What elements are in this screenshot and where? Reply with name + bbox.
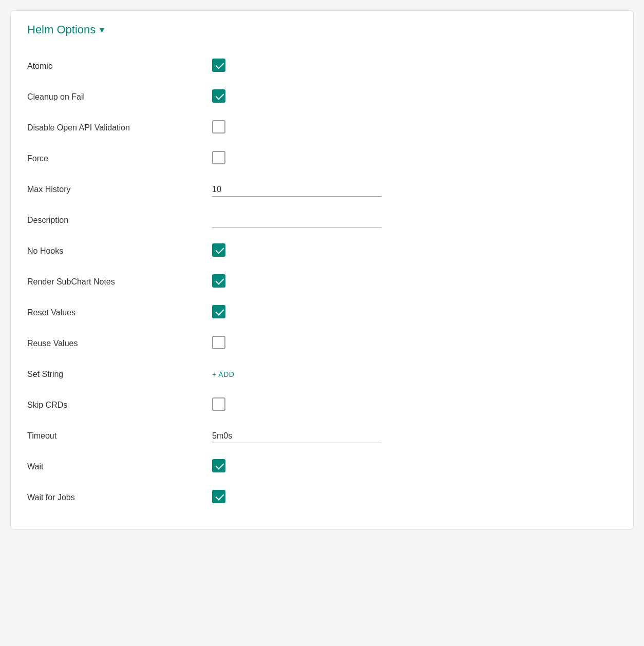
option-row-reset-values: Reset Values [27,297,617,328]
section-header: Helm Options ▾ [27,23,617,36]
control-render-subchart-notes [212,274,228,290]
option-row-reuse-values: Reuse Values [27,328,617,359]
label-set-string: Set String [27,370,212,379]
text-input-max-history[interactable] [212,183,382,197]
option-row-no-hooks: No Hooks [27,236,617,267]
label-disable-open-api-validation: Disable Open API Validation [27,123,212,132]
text-input-description[interactable] [212,214,382,227]
section-title[interactable]: Helm Options [27,23,96,36]
option-row-atomic: Atomic [27,51,617,82]
control-reset-values [212,305,228,320]
label-reuse-values: Reuse Values [27,339,212,348]
checkbox-wrapper-atomic[interactable] [212,59,228,74]
label-atomic: Atomic [27,62,212,71]
control-atomic [212,59,228,74]
option-row-wait-for-jobs: Wait for Jobs [27,482,617,513]
control-max-history [212,183,382,197]
control-no-hooks [212,243,228,259]
checkbox-wrapper-skip-crds[interactable] [212,397,228,413]
label-max-history: Max History [27,185,212,194]
option-row-render-subchart-notes: Render SubChart Notes [27,267,617,297]
text-input-timeout[interactable] [212,429,382,443]
option-row-description: Description [27,205,617,236]
label-reset-values: Reset Values [27,308,212,317]
checkbox-wrapper-disable-open-api-validation[interactable] [212,120,228,136]
control-cleanup-on-fail [212,89,228,105]
label-force: Force [27,154,212,163]
add-button-set-string[interactable]: + ADD [212,370,234,378]
control-wait-for-jobs [212,490,228,505]
label-no-hooks: No Hooks [27,246,212,256]
checkbox-wrapper-render-subchart-notes[interactable] [212,274,228,290]
option-row-cleanup-on-fail: Cleanup on Fail [27,82,617,112]
option-row-force: Force [27,143,617,174]
label-wait: Wait [27,462,212,471]
option-row-skip-crds: Skip CRDs [27,390,617,421]
control-skip-crds [212,397,228,413]
option-row-set-string: Set String+ ADD [27,359,617,390]
control-description [212,214,382,227]
control-disable-open-api-validation [212,120,228,136]
helm-options-card: Helm Options ▾ AtomicCleanup on FailDisa… [10,10,634,530]
option-row-timeout: Timeout [27,421,617,451]
checkbox-wrapper-reuse-values[interactable] [212,336,228,351]
control-force [212,151,228,166]
control-reuse-values [212,336,228,351]
label-cleanup-on-fail: Cleanup on Fail [27,92,212,102]
checkbox-wrapper-no-hooks[interactable] [212,243,228,259]
option-row-wait: Wait [27,451,617,482]
label-skip-crds: Skip CRDs [27,401,212,410]
control-timeout [212,429,382,443]
checkbox-wrapper-cleanup-on-fail[interactable] [212,89,228,105]
label-render-subchart-notes: Render SubChart Notes [27,277,212,287]
checkbox-wrapper-force[interactable] [212,151,228,166]
options-list: AtomicCleanup on FailDisable Open API Va… [27,51,617,513]
checkbox-wrapper-wait[interactable] [212,459,228,474]
label-wait-for-jobs: Wait for Jobs [27,493,212,502]
checkbox-wrapper-wait-for-jobs[interactable] [212,490,228,505]
label-description: Description [27,216,212,225]
option-row-max-history: Max History [27,174,617,205]
label-timeout: Timeout [27,431,212,441]
checkbox-wrapper-reset-values[interactable] [212,305,228,320]
control-set-string: + ADD [212,370,234,378]
option-row-disable-open-api-validation: Disable Open API Validation [27,112,617,143]
chevron-down-icon[interactable]: ▾ [100,24,104,35]
control-wait [212,459,228,474]
